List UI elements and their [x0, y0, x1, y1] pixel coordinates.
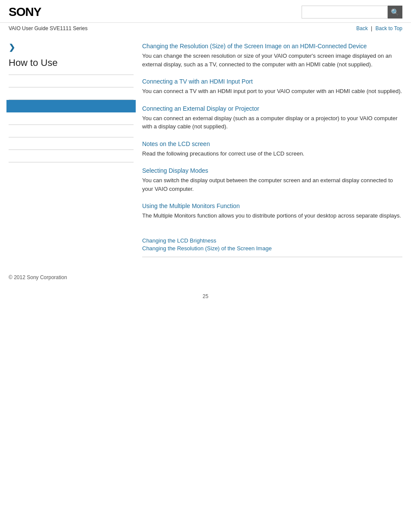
section-3-desc: You can connect an external display (suc… [142, 114, 402, 131]
guide-title: VAIO User Guide SVE1111 Series [9, 25, 87, 31]
sony-logo: SONY [9, 5, 41, 19]
section-4-desc: Read the following precautions for corre… [142, 149, 402, 158]
sidebar-item-5[interactable] [9, 125, 134, 137]
section-1-link[interactable]: Changing the Resolution (Size) of the Sc… [142, 43, 367, 50]
page-number: 25 [0, 293, 411, 299]
sidebar-items [9, 75, 134, 162]
subheader: VAIO User Guide SVE1111 Series Back | Ba… [0, 23, 411, 34]
bottom-links: Changing the LCD Brightness Changing the… [142, 233, 402, 257]
sidebar-item-7[interactable] [9, 150, 134, 162]
sidebar-arrow[interactable]: ❯ [9, 43, 134, 52]
nav-links: Back | Back to Top [356, 25, 402, 31]
section-3: Connecting an External Display or Projec… [142, 105, 402, 131]
search-box: 🔍 [302, 6, 402, 19]
nav-separator: | [371, 25, 372, 31]
search-input[interactable] [302, 6, 388, 19]
sidebar: ❯ How to Use [9, 38, 142, 257]
section-1: Changing the Resolution (Size) of the Sc… [142, 43, 402, 68]
content-area: Changing the Resolution (Size) of the Sc… [142, 38, 402, 257]
section-2: Connecting a TV with an HDMI Input Port … [142, 78, 402, 96]
section-6-link[interactable]: Using the Multiple Monitors Function [142, 202, 240, 209]
section-2-desc: You can connect a TV with an HDMI input … [142, 87, 402, 96]
section-5: Selecting Display Modes You can switch t… [142, 167, 402, 193]
sidebar-item-3-active[interactable] [6, 100, 136, 112]
section-6: Using the Multiple Monitors Function The… [142, 202, 402, 220]
main-container: ❯ How to Use Changing the Resolution (Si… [0, 34, 411, 266]
section-4-link[interactable]: Notes on the LCD screen [142, 140, 210, 147]
bottom-link-2[interactable]: Changing the Resolution (Size) of the Sc… [142, 245, 402, 252]
sidebar-item-4[interactable] [9, 112, 134, 125]
sidebar-title: How to Use [9, 57, 134, 68]
bottom-link-1[interactable]: Changing the LCD Brightness [142, 237, 402, 244]
section-5-desc: You can switch the display output betwee… [142, 176, 402, 193]
copyright: © 2012 Sony Corporation [9, 274, 67, 280]
sidebar-item-2[interactable] [9, 87, 134, 100]
section-1-desc: You can change the screen resolution or … [142, 52, 402, 68]
back-to-top-link[interactable]: Back to Top [376, 25, 402, 31]
section-6-desc: The Multiple Monitors function allows yo… [142, 212, 402, 220]
section-5-link[interactable]: Selecting Display Modes [142, 167, 208, 174]
search-button[interactable]: 🔍 [388, 6, 402, 19]
back-link[interactable]: Back [356, 25, 368, 31]
sidebar-item-1[interactable] [9, 75, 134, 87]
section-2-link[interactable]: Connecting a TV with an HDMI Input Port [142, 78, 253, 85]
section-4: Notes on the LCD screen Read the followi… [142, 140, 402, 158]
footer: © 2012 Sony Corporation [0, 266, 411, 289]
bottom-divider [142, 257, 402, 257]
search-icon: 🔍 [391, 8, 399, 16]
header: SONY 🔍 [0, 0, 411, 23]
sidebar-item-6[interactable] [9, 137, 134, 150]
section-3-link[interactable]: Connecting an External Display or Projec… [142, 105, 259, 112]
